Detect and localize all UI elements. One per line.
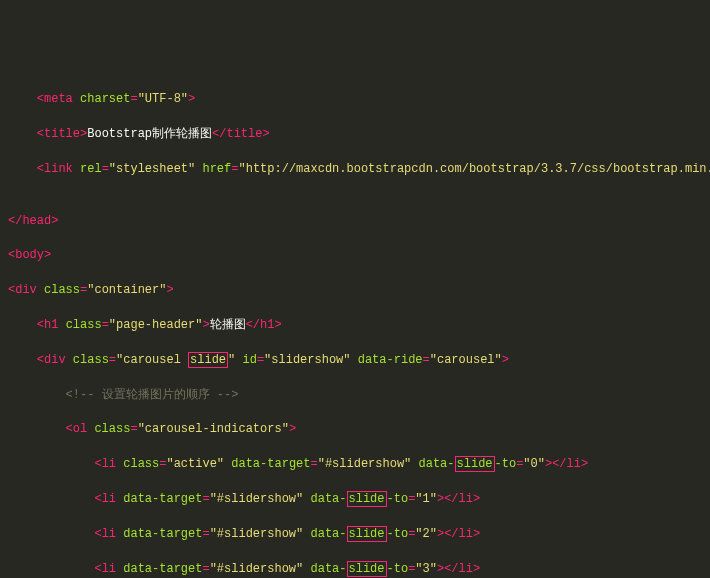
highlight-box: slide [347,491,387,507]
code-line: </head> [8,213,702,230]
code-line: <link rel="stylesheet" href="http://maxc… [8,161,702,178]
code-line: <li class="active" data-target="#sliders… [8,456,702,473]
code-line: <div class="carousel slide" id="slidersh… [8,352,702,369]
code-line: <meta charset="UTF-8"> [8,91,702,108]
code-line: <title>Bootstrap制作轮播图</title> [8,126,702,143]
code-line: <div class="container"> [8,282,702,299]
code-line: <!-- 设置轮播图片的顺序 --> [8,387,702,404]
code-line: <li data-target="#slidershow" data-slide… [8,491,702,508]
code-line: <li data-target="#slidershow" data-slide… [8,526,702,543]
code-line: <body> [8,247,702,264]
code-editor-viewport: <meta charset="UTF-8"> <title>Bootstrap制… [8,74,702,578]
code-line: <li data-target="#slidershow" data-slide… [8,561,702,578]
highlight-box: slide [188,352,228,368]
code-line: <h1 class="page-header">轮播图</h1> [8,317,702,334]
highlight-box: slide [347,526,387,542]
code-line: <ol class="carousel-indicators"> [8,421,702,438]
highlight-box: slide [347,561,387,577]
highlight-box: slide [455,456,495,472]
